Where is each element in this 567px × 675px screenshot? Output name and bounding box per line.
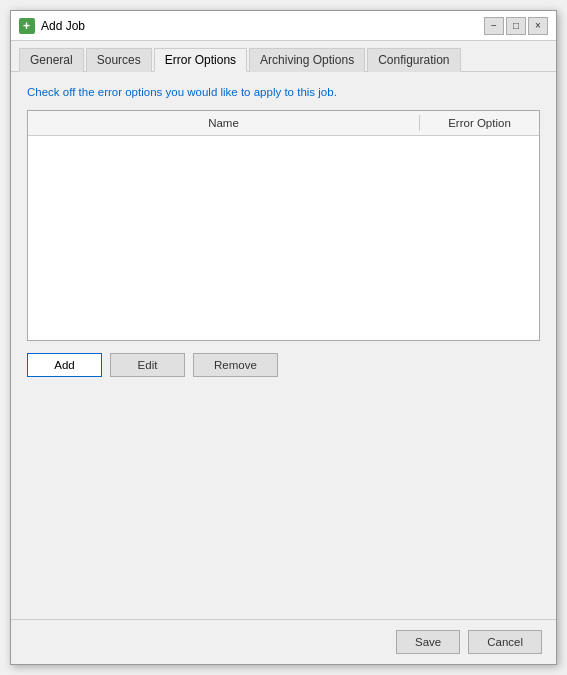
tab-general[interactable]: General <box>19 48 84 72</box>
title-bar: + Add Job − □ × <box>11 11 556 41</box>
main-window: + Add Job − □ × General Sources Error Op… <box>10 10 557 665</box>
column-error-option: Error Option <box>419 115 539 131</box>
svg-text:+: + <box>23 19 30 33</box>
table-body <box>28 136 539 340</box>
window-title: Add Job <box>41 19 484 33</box>
column-name: Name <box>28 115 419 131</box>
save-button[interactable]: Save <box>396 630 460 654</box>
app-icon: + <box>19 18 35 34</box>
remove-button[interactable]: Remove <box>193 353 278 377</box>
tab-archiving-options[interactable]: Archiving Options <box>249 48 365 72</box>
close-button[interactable]: × <box>528 17 548 35</box>
action-buttons: Add Edit Remove <box>27 353 540 377</box>
tab-configuration[interactable]: Configuration <box>367 48 460 72</box>
window-controls: − □ × <box>484 17 548 35</box>
tab-bar: General Sources Error Options Archiving … <box>11 41 556 72</box>
bottom-bar: Save Cancel <box>11 619 556 664</box>
spacer <box>27 377 540 606</box>
minimize-button[interactable]: − <box>484 17 504 35</box>
instruction-text: Check off the error options you would li… <box>27 86 540 98</box>
maximize-button[interactable]: □ <box>506 17 526 35</box>
table-header: Name Error Option <box>28 111 539 136</box>
tab-error-options[interactable]: Error Options <box>154 48 247 72</box>
add-button[interactable]: Add <box>27 353 102 377</box>
edit-button[interactable]: Edit <box>110 353 185 377</box>
cancel-button[interactable]: Cancel <box>468 630 542 654</box>
tab-content: Check off the error options you would li… <box>11 72 556 619</box>
tab-sources[interactable]: Sources <box>86 48 152 72</box>
error-options-table: Name Error Option <box>27 110 540 341</box>
